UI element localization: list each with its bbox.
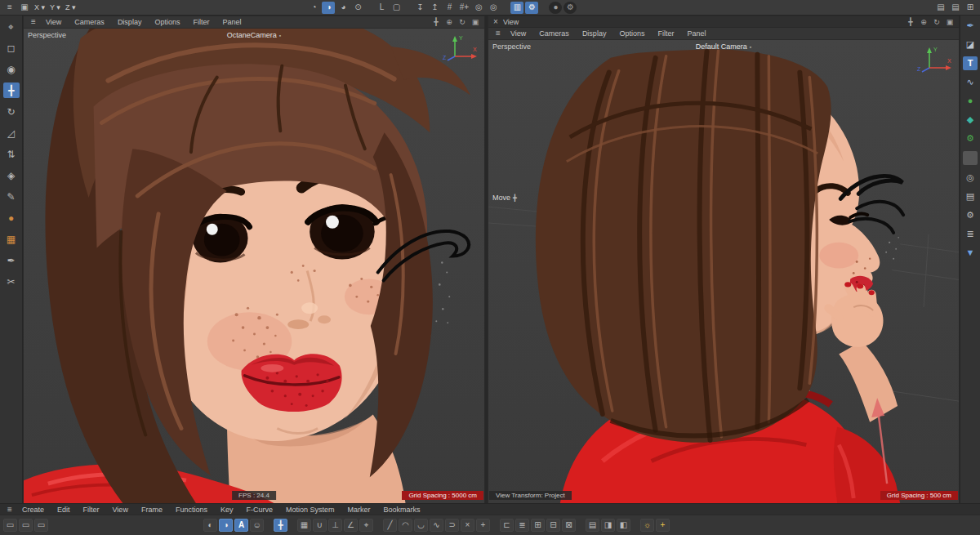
- shading-mode-icon[interactable]: ◐: [203, 519, 217, 532]
- perpendicular-snap-icon[interactable]: ⊥: [328, 519, 342, 532]
- spline-pen-icon[interactable]: ✒: [963, 19, 978, 33]
- snap-grid-icon[interactable]: ▦: [297, 519, 311, 532]
- knife-tool-icon[interactable]: ✂: [3, 274, 20, 289]
- viewport-menu-icon[interactable]: ≡: [492, 28, 505, 40]
- menu-item[interactable]: View: [107, 506, 134, 514]
- gear-button-icon[interactable]: ⚙: [564, 2, 577, 14]
- scale-tool-icon[interactable]: ◿: [3, 125, 20, 140]
- sphere-button-icon[interactable]: ●: [549, 2, 562, 14]
- grid-delete-icon[interactable]: ⊠: [562, 519, 576, 532]
- menu-item[interactable]: Panel: [681, 29, 711, 38]
- grid-add-icon[interactable]: ⊞: [531, 519, 545, 532]
- menu-item[interactable]: Panel: [216, 18, 247, 26]
- mini-layout-icon-2[interactable]: ▭: [19, 519, 33, 532]
- text-object-icon[interactable]: T: [963, 56, 978, 70]
- zoom-tool-icon[interactable]: ⌖: [3, 19, 20, 34]
- live-selection-icon[interactable]: ◉: [3, 61, 20, 77]
- axis-lock-icon[interactable]: L: [375, 2, 388, 14]
- grid-icon[interactable]: #: [443, 2, 456, 14]
- rotate-view-icon[interactable]: ↻: [931, 17, 942, 27]
- zoom-view-icon[interactable]: ⊕: [443, 17, 455, 27]
- character-mode-icon[interactable]: ☺: [250, 519, 264, 532]
- texture-view-icon[interactable]: A: [234, 519, 248, 532]
- viewport-settings-icon[interactable]: ⚙: [525, 2, 538, 14]
- menu-item[interactable]: Marker: [342, 506, 376, 514]
- menu-item[interactable]: Frame: [136, 506, 168, 514]
- timeline-menu-icon[interactable]: ≡: [3, 503, 16, 515]
- camera-label[interactable]: OctaneCamera ▪: [227, 31, 282, 39]
- settings-gear-icon[interactable]: ⚙: [963, 208, 978, 222]
- save-layout-icon[interactable]: ⊞: [964, 2, 977, 14]
- light-icon[interactable]: ☼: [640, 519, 654, 532]
- axis-z-button[interactable]: Z ▾: [64, 2, 78, 14]
- move-tool-icon[interactable]: ╋: [3, 82, 20, 98]
- platonic-object-icon[interactable]: ◆: [963, 113, 978, 127]
- axis-x-button[interactable]: X ▾: [33, 2, 47, 14]
- add-light-icon[interactable]: +: [656, 519, 670, 532]
- menu-item[interactable]: Bookmarks: [378, 506, 426, 514]
- menu-item[interactable]: View: [505, 29, 532, 38]
- bracket-tool-icon[interactable]: ⊏: [500, 519, 514, 532]
- rotate-tool-icon[interactable]: ↻: [3, 104, 20, 119]
- array-object-icon[interactable]: ▤: [963, 189, 978, 203]
- arc-spline-icon[interactable]: ◠: [399, 519, 412, 532]
- view-mode-label[interactable]: Perspective: [492, 42, 531, 51]
- panel-split-icon[interactable]: ▤: [586, 519, 599, 532]
- menu-item[interactable]: View: [40, 18, 67, 26]
- line-spline-icon[interactable]: ╱: [383, 519, 397, 532]
- wireframe-mode-icon[interactable]: ◑: [219, 519, 233, 532]
- mini-layout-icon-3[interactable]: ▭: [34, 519, 48, 532]
- generator-object-icon[interactable]: ⚙: [963, 132, 978, 145]
- viewport-menu-icon[interactable]: ≡: [27, 16, 40, 29]
- stack-tool-icon[interactable]: ≣: [515, 519, 529, 532]
- rotate-view-icon[interactable]: ↻: [457, 17, 468, 27]
- delete-point-icon[interactable]: ×: [461, 519, 474, 532]
- menu-item[interactable]: Options: [613, 29, 650, 38]
- menu-item[interactable]: Display: [577, 29, 612, 38]
- zoom-view-icon[interactable]: ⊕: [918, 17, 929, 27]
- pen-tool-icon[interactable]: ✒: [3, 252, 20, 268]
- menu-item[interactable]: Cameras: [69, 18, 110, 26]
- menu-item[interactable]: Display: [112, 18, 148, 26]
- pan-view-icon[interactable]: ╋: [430, 17, 442, 27]
- workplane-icon[interactable]: ▢: [390, 2, 403, 14]
- panel-right-icon[interactable]: ◨: [601, 519, 615, 532]
- pan-view-icon[interactable]: ╋: [905, 17, 916, 27]
- close-icon[interactable]: ×: [492, 16, 500, 28]
- workspace-icon[interactable]: ▣: [18, 2, 31, 14]
- axis-y-button[interactable]: Y ▾: [48, 2, 62, 14]
- target-icon[interactable]: ◎: [472, 2, 485, 14]
- coordinate-tool-icon[interactable]: ◈: [3, 167, 20, 183]
- view-mode-label[interactable]: Perspective: [28, 31, 66, 39]
- frame-tool-icon[interactable]: ◻: [3, 40, 20, 56]
- viewport-tab-title[interactable]: View: [503, 18, 519, 26]
- transform-icon[interactable]: ╋: [274, 519, 287, 532]
- window-layout2-icon[interactable]: ▤: [949, 2, 962, 14]
- menu-item[interactable]: Filter: [78, 506, 105, 514]
- add-point-icon[interactable]: +: [476, 519, 490, 532]
- layer-list-icon[interactable]: ≣: [963, 227, 978, 241]
- menu-item[interactable]: Options: [149, 18, 185, 26]
- main-menu-icon[interactable]: ≡: [3, 2, 16, 14]
- wave-spline-icon[interactable]: ∿: [430, 519, 443, 532]
- grid-plus-icon[interactable]: #+: [457, 2, 470, 14]
- sketch-tool-icon[interactable]: ✎: [3, 189, 20, 204]
- menu-item[interactable]: Key: [215, 506, 239, 514]
- sphere-brush-icon[interactable]: ●: [3, 210, 20, 225]
- menu-item[interactable]: Cameras: [533, 29, 575, 38]
- hook-spline-icon[interactable]: ⊃: [445, 519, 459, 532]
- left-viewport-canvas[interactable]: Perspective OctaneCamera ▪ Y X Z FPS : 2…: [24, 29, 484, 503]
- magnet-snap-icon[interactable]: ∪: [313, 519, 327, 532]
- right-viewport-canvas[interactable]: Perspective Default Camera ▪ Move ╋ Y X: [488, 40, 959, 503]
- center-view-icon[interactable]: ◎: [487, 2, 500, 14]
- curve-spline-icon[interactable]: ◡: [414, 519, 428, 532]
- menu-item[interactable]: Filter: [652, 29, 679, 38]
- spline-object-icon[interactable]: ∿: [963, 75, 978, 89]
- menu-item[interactable]: Filter: [187, 18, 215, 26]
- sphere-object-icon[interactable]: ●: [963, 94, 978, 108]
- camera-label[interactable]: Default Camera ▪: [696, 42, 752, 51]
- load-more-icon[interactable]: ▼: [963, 246, 978, 260]
- target-snap-icon[interactable]: ⌖: [359, 519, 373, 532]
- undo-view-icon[interactable]: ↧: [413, 2, 426, 14]
- window-layout-icon[interactable]: ▤: [934, 2, 947, 14]
